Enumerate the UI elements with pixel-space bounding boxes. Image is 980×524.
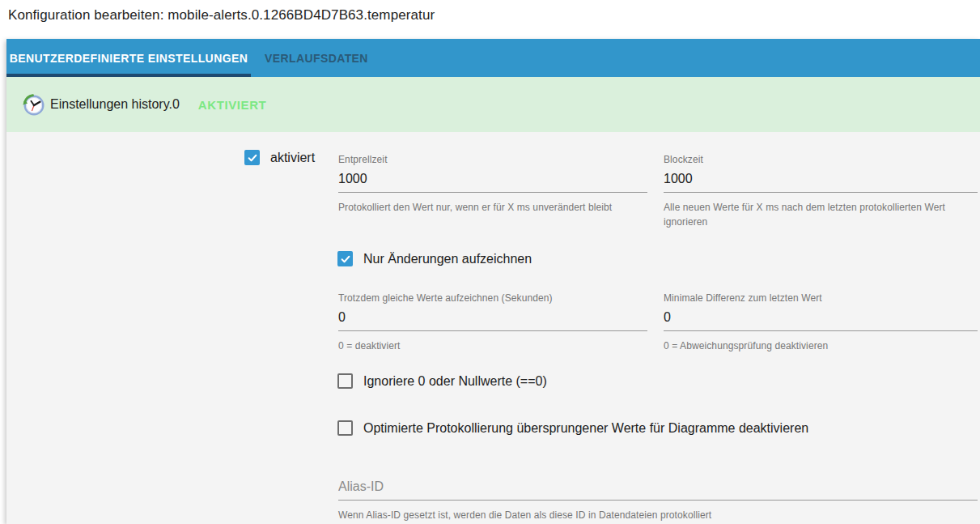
disable-optimized-logging-checkbox-row[interactable]: Optimierte Protokollierung übersprungene…: [337, 420, 808, 436]
ignore-zero-checkbox-row[interactable]: Ignoriere 0 oder Nullwerte (==0): [337, 373, 547, 389]
tab-history-data[interactable]: VERLAUFSDATEN: [251, 39, 388, 77]
adapter-banner: Einstellungen history.0 AKTIVIERT: [6, 77, 980, 132]
enabled-checkbox-row[interactable]: aktiviert: [244, 150, 315, 165]
ignore-zero-checkbox-label: Ignoriere 0 oder Nullwerte (==0): [363, 374, 547, 389]
log-same-interval-field: Trotzdem gleiche Werte aufzeichnen (Seku…: [338, 292, 647, 353]
log-same-interval-helper: 0 = deaktiviert: [338, 339, 647, 353]
adapter-settings-title: Einstellungen history.0: [50, 97, 180, 112]
min-difference-helper: 0 = Abweichungsprüfung deaktivieren: [664, 339, 978, 353]
debounce-input[interactable]: [338, 172, 647, 193]
blocktime-label: Blockzeit: [664, 154, 978, 165]
blocktime-field: Blockzeit Alle neuen Werte für X ms nach…: [664, 154, 978, 229]
changes-only-checkbox-row[interactable]: Nur Änderungen aufzeichnen: [337, 251, 532, 266]
tab-custom-settings[interactable]: BENUTZERDEFINIERTE EINSTELLUNGEN: [6, 39, 251, 77]
min-difference-field: Minimale Differenz zum letzten Wert 0 = …: [664, 292, 978, 353]
log-same-interval-label: Trotzdem gleiche Werte aufzeichnen (Seku…: [338, 292, 647, 304]
blocktime-input[interactable]: [664, 172, 978, 193]
tab-history-data-label: VERLAUFSDATEN: [265, 52, 368, 65]
debounce-field: Entprellzeit Protokolliert den Wert nur,…: [338, 154, 647, 215]
alias-id-field: Wenn Alias-ID gesetzt ist, werden die Da…: [338, 479, 978, 522]
changes-only-checkbox[interactable]: [337, 251, 353, 266]
status-badge: AKTIVIERT: [198, 98, 267, 112]
blocktime-helper: Alle neuen Werte für X ms nach dem letzt…: [664, 200, 978, 229]
page-title: Konfiguration bearbeiten: mobile-alerts.…: [8, 7, 435, 23]
log-same-interval-input[interactable]: [338, 310, 647, 331]
ignore-zero-checkbox[interactable]: [337, 373, 353, 389]
min-difference-input[interactable]: [664, 310, 978, 331]
check-icon: [340, 253, 351, 265]
enabled-checkbox[interactable]: [244, 150, 260, 165]
tab-custom-settings-label: BENUTZERDEFINIERTE EINSTELLUNGEN: [10, 52, 248, 65]
check-icon: [247, 152, 258, 164]
settings-form: aktiviert Entprellzeit Protokolliert den…: [6, 132, 980, 524]
disable-optimized-logging-checkbox[interactable]: [337, 420, 353, 436]
alias-id-input[interactable]: [338, 479, 978, 501]
disable-optimized-logging-checkbox-label: Optimierte Protokollierung übersprungene…: [363, 421, 808, 436]
config-dialog: BENUTZERDEFINIERTE EINSTELLUNGEN VERLAUF…: [6, 39, 980, 524]
changes-only-checkbox-label: Nur Änderungen aufzeichnen: [363, 252, 532, 266]
debounce-label: Entprellzeit: [338, 154, 647, 165]
history-clock-icon: [22, 93, 45, 116]
alias-id-helper: Wenn Alias-ID gesetzt ist, werden die Da…: [338, 508, 978, 522]
debounce-helper: Protokolliert den Wert nur, wenn er für …: [338, 200, 647, 215]
enabled-checkbox-label: aktiviert: [270, 151, 315, 165]
tab-bar: BENUTZERDEFINIERTE EINSTELLUNGEN VERLAUF…: [6, 39, 980, 77]
min-difference-label: Minimale Differenz zum letzten Wert: [664, 292, 978, 304]
